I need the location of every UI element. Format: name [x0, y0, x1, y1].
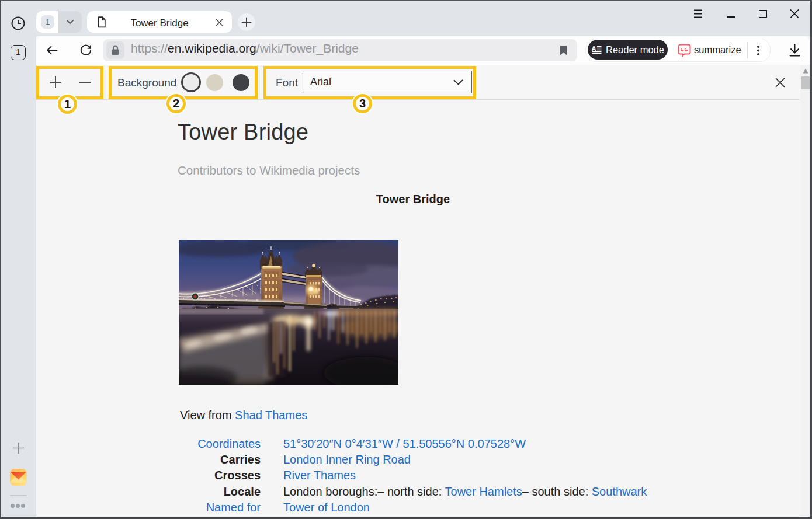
svg-text:A: A: [592, 45, 596, 52]
